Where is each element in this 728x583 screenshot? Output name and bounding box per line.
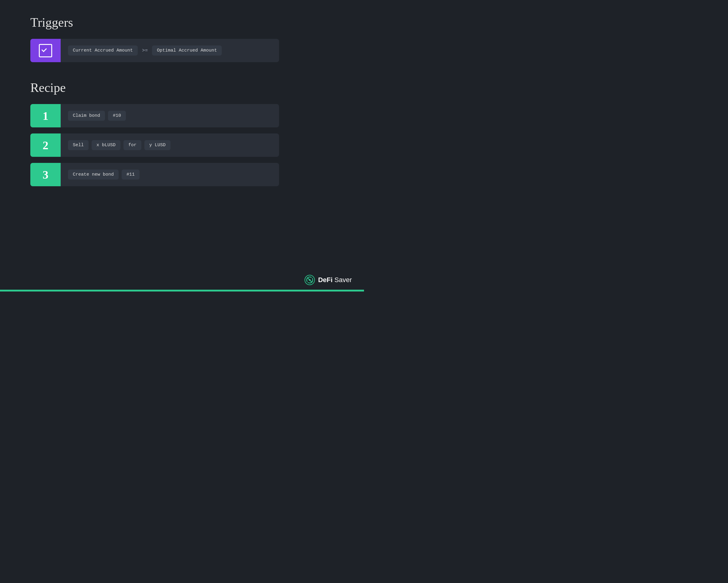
recipe-step-2: 2 Sell x bLUSD for y LUSD [30, 133, 279, 157]
trigger-icon-block [30, 39, 61, 62]
logo-area: DeFi Saver [304, 274, 352, 286]
trigger-right-label: Optimal Accrued Amount [152, 46, 222, 55]
triggers-title: Triggers [30, 15, 334, 30]
step-2-tag-3: for [124, 140, 141, 150]
checkbox-icon [39, 44, 52, 57]
trigger-content: Current Accrued Amount >= Optimal Accrue… [61, 39, 229, 62]
step-2-number: 2 [43, 139, 49, 152]
step-2-tag-4: y LUSD [145, 140, 171, 150]
recipe-step-3: 3 Create new bond #11 [30, 163, 279, 186]
defi-saver-logo-icon [304, 274, 315, 286]
step-3-tag-2: #11 [122, 169, 139, 180]
step-3-number: 3 [43, 168, 49, 181]
recipe-title: Recipe [30, 80, 334, 95]
step-2-tag-1: Sell [68, 140, 88, 150]
svg-point-4 [309, 279, 311, 281]
step-2-content: Sell x bLUSD for y LUSD [61, 133, 178, 157]
trigger-card: Current Accrued Amount >= Optimal Accrue… [30, 39, 279, 62]
bottom-bar [0, 290, 364, 292]
recipe-section: Recipe 1 Claim bond #10 2 Sell x bLUSD f… [30, 80, 334, 186]
step-1-number: 1 [43, 109, 49, 123]
step-1-tag-1: Claim bond [68, 111, 105, 121]
step-1-number-block: 1 [30, 104, 61, 127]
step-2-tag-2: x bLUSD [92, 140, 121, 150]
triggers-section: Triggers Current Accrued Amount >= Optim… [30, 15, 334, 62]
recipe-step-1: 1 Claim bond #10 [30, 104, 279, 127]
step-1-content: Claim bond #10 [61, 104, 133, 127]
step-1-tag-2: #10 [108, 111, 126, 121]
trigger-left-label: Current Accrued Amount [68, 46, 138, 55]
step-2-number-block: 2 [30, 133, 61, 157]
step-3-content: Create new bond #11 [61, 163, 147, 186]
step-3-tag-1: Create new bond [68, 169, 119, 180]
trigger-operator: >= [141, 48, 149, 53]
step-3-number-block: 3 [30, 163, 61, 186]
logo-text: DeFi Saver [318, 276, 352, 284]
